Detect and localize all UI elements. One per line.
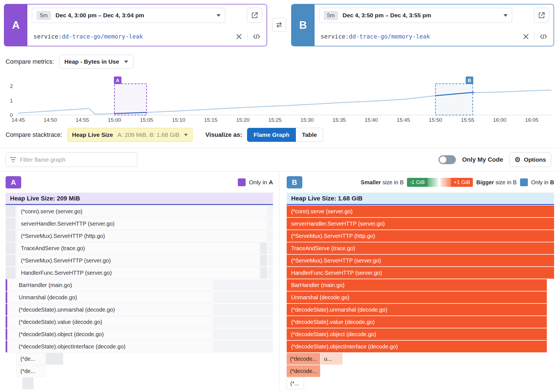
flame-frame-sliver[interactable] xyxy=(6,242,16,254)
flame-frame-sliver[interactable] xyxy=(260,267,267,279)
flame-frame-sliver[interactable] xyxy=(267,242,273,254)
open-in-new-button-a[interactable] xyxy=(247,8,262,23)
flame-frame-sliver[interactable] xyxy=(267,255,273,266)
query-input-b[interactable]: service:dd-trace-go/memory-leak xyxy=(319,30,549,43)
visualize-as-label: Visualize as: xyxy=(205,131,242,138)
panel-a-root-frame[interactable]: Heap Live Size: 209 MiB xyxy=(6,193,273,205)
flame-frame[interactable]: (*ServeMux).ServeHTTP (http.go) xyxy=(16,230,267,242)
flame-row-spacer xyxy=(547,341,554,352)
flame-frame[interactable]: (*de... xyxy=(16,353,45,365)
flame-frame[interactable]: HandlerFunc.ServeHTTP (server.go) xyxy=(16,267,260,279)
swap-profiles-button[interactable] xyxy=(272,18,286,32)
flame-frame[interactable]: (*ServeMux).ServeHTTP (server.go) xyxy=(16,255,260,266)
flame-frame-sliver[interactable] xyxy=(260,242,267,254)
flame-frame[interactable]: HandlerFunc.ServeHTTP (server.go) xyxy=(287,267,554,279)
options-button[interactable]: ⚙ Options xyxy=(509,152,551,167)
flame-frame-sliver[interactable] xyxy=(6,218,16,230)
compare-metrics-dropdown[interactable]: Heap - Bytes in Use xyxy=(59,55,133,69)
flame-frame[interactable]: (*decodeState).object (decode.go) xyxy=(287,328,547,340)
flame-frame[interactable]: (*de... xyxy=(16,365,45,377)
flame-graph-filter[interactable] xyxy=(6,152,137,167)
flame-row: (*de... xyxy=(6,365,273,377)
flame-frame-sliver[interactable] xyxy=(6,205,16,217)
flame-frame-sliver[interactable] xyxy=(213,316,273,328)
flame-frame-sliver[interactable] xyxy=(6,304,7,315)
svg-text:15:25: 15:25 xyxy=(268,117,282,123)
flame-frame[interactable]: TraceAndServe (trace.go) xyxy=(16,242,260,254)
profile-a-badge: A xyxy=(4,4,27,46)
flame-frame[interactable]: (*decodeState).value (decode.go) xyxy=(8,316,213,328)
flame-frame-sliver[interactable] xyxy=(6,230,16,242)
flame-frame-sliver[interactable] xyxy=(46,353,63,365)
code-view-icon-b[interactable] xyxy=(540,33,547,40)
flame-frame[interactable]: serverHandler.ServeHTTP (server.go) xyxy=(16,218,267,230)
flame-frame[interactable]: (*decode... xyxy=(287,353,320,365)
compare-metrics-label: Compare metrics: xyxy=(6,58,54,65)
flame-row: (*decodeState).objectInterface (decode.g… xyxy=(287,341,554,352)
flame-frame[interactable]: Unmarshal (decode.go) xyxy=(287,291,547,303)
query-input-a[interactable]: service:dd-trace-go/memory-leak xyxy=(32,30,262,43)
flame-frame-sliver[interactable] xyxy=(6,267,16,279)
flame-frame-sliver[interactable] xyxy=(213,304,273,315)
compare-metrics-value: Heap - Bytes in Use xyxy=(64,58,119,65)
flame-frame[interactable]: (*decodeState).objectInterface (decode.g… xyxy=(8,341,213,352)
flame-frame-sliver[interactable] xyxy=(6,328,7,340)
flame-frame-sliver[interactable] xyxy=(267,230,273,242)
flame-frame[interactable]: (*ServeMux).ServeHTTP (http.go) xyxy=(287,230,554,242)
flame-frame[interactable]: (*... xyxy=(287,377,304,389)
time-range-selector-a[interactable]: 5m Dec 4, 3:00 pm – Dec 4, 3:04 pm xyxy=(32,8,225,23)
clear-query-icon-a[interactable] xyxy=(236,33,242,40)
flame-row: BarHandler (main.go) xyxy=(287,279,554,291)
flame-frame-sliver[interactable] xyxy=(6,255,16,266)
flame-row: HandlerFunc.ServeHTTP (server.go) xyxy=(287,267,554,279)
stacktrace-metric-dropdown[interactable]: Heap Live Size A: 209 MiB, B: 1.68 GiB xyxy=(67,128,193,142)
panel-b-root-frame[interactable]: Heap Live Size: 1.68 GiB xyxy=(287,193,554,205)
only-my-code-toggle[interactable] xyxy=(439,155,456,164)
filter-flame-graph-input[interactable] xyxy=(20,156,133,163)
table-tab[interactable]: Table xyxy=(296,128,323,142)
metric-timeseries-chart[interactable]: 01214:4514:5014:5515:0015:0515:1015:1515… xyxy=(6,73,552,123)
flame-frame-sliver[interactable] xyxy=(213,279,273,291)
clear-query-icon-b[interactable] xyxy=(523,33,529,40)
flame-frame[interactable]: (*ServeMux).ServeHTTP (server.go) xyxy=(287,255,554,266)
flame-frame-sliver[interactable] xyxy=(213,291,273,303)
flame-frame-sliver[interactable] xyxy=(260,255,267,266)
open-in-new-button-b[interactable] xyxy=(534,8,549,23)
flame-frame[interactable]: (*conn).serve (server.go) xyxy=(287,205,554,217)
flame-frame-sliver[interactable] xyxy=(6,291,7,303)
flame-frame[interactable]: (*decodeState).value (decode.go) xyxy=(287,316,547,328)
flame-row: (*decode...u... xyxy=(287,353,554,365)
flame-frame-sliver[interactable] xyxy=(6,279,7,291)
flame-graph-tab[interactable]: Flame Graph xyxy=(247,128,296,142)
flame-panel-b: B Smaller size in B -1 GiB +1 GiB Bigger… xyxy=(279,171,558,391)
flame-frame-sliver[interactable] xyxy=(267,205,273,217)
flame-frame-sliver[interactable] xyxy=(22,377,33,389)
flame-frame[interactable]: (*decodeState).unmarshal (decode.go) xyxy=(287,304,547,315)
flame-frame[interactable]: u... xyxy=(321,353,343,365)
query-text-b: service:dd-trace-go/memory-leak xyxy=(321,33,430,40)
flame-row-spacer xyxy=(547,291,554,303)
flame-frame[interactable]: TraceAndServe (trace.go) xyxy=(287,242,554,254)
code-view-icon-a[interactable] xyxy=(253,33,260,40)
flame-frame-sliver[interactable] xyxy=(213,341,273,352)
flame-frame[interactable]: (*decodeState).objectInterface (decode.g… xyxy=(287,341,547,352)
flame-frame[interactable]: (*conn).serve (server.go) xyxy=(16,205,267,217)
svg-text:2: 2 xyxy=(10,83,13,89)
flame-frame-sliver[interactable] xyxy=(6,341,7,352)
flame-frame[interactable]: (*decodeState).object (decode.go) xyxy=(8,328,213,340)
flame-frame[interactable]: (*decodeState).unmarshal (decode.go) xyxy=(8,304,213,315)
time-range-selector-b[interactable]: 5m Dec 4, 3:50 pm – Dec 4, 3:55 pm xyxy=(319,8,513,23)
flame-frame[interactable]: serverHandler.ServeHTTP (server.go) xyxy=(287,218,554,230)
flame-frame-sliver[interactable] xyxy=(267,267,273,279)
flame-frame-sliver[interactable] xyxy=(6,316,7,328)
flame-frame[interactable]: BarHandler (main.go) xyxy=(287,279,547,291)
flame-row: BarHandler (main.go) xyxy=(6,279,273,291)
query-text-a: service:dd-trace-go/memory-leak xyxy=(33,33,143,40)
flame-frame[interactable]: BarHandler (main.go) xyxy=(8,279,213,291)
flame-frame-sliver[interactable] xyxy=(213,328,273,340)
only-in-a-text: Only in xyxy=(249,179,269,185)
flame-frame[interactable]: Unmarshal (decode.go) xyxy=(8,291,213,303)
flame-frame[interactable]: (*decode... xyxy=(287,365,320,377)
flame-frame-sliver[interactable] xyxy=(267,218,273,230)
diff-legend: Smaller size in B -1 GiB +1 GiB Bigger s… xyxy=(361,178,554,187)
